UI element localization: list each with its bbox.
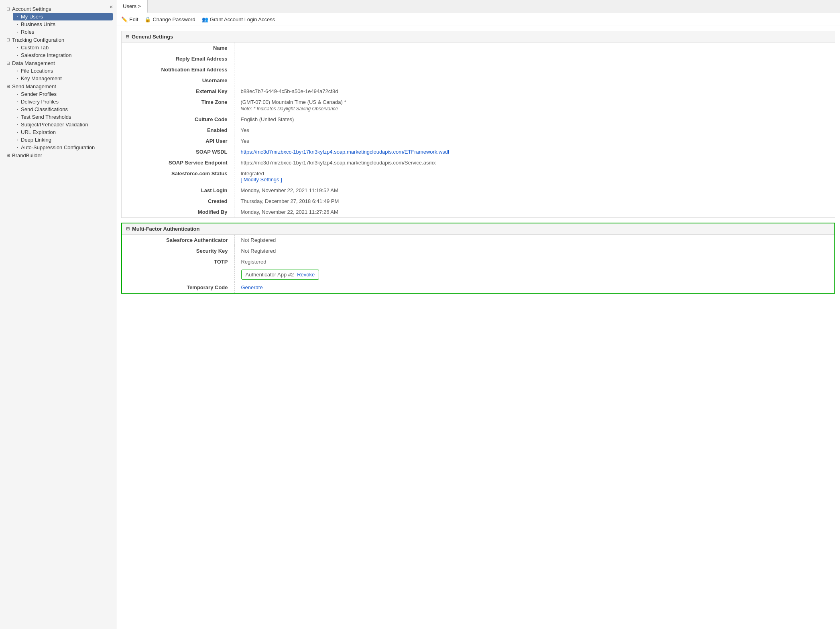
sidebar-item-label: Sender Profiles [21,91,57,97]
sidebar-item-label: Custom Tab [21,45,49,51]
bullet-icon: • [14,130,21,134]
field-value: Generate [234,282,834,293]
field-label: Salesforce.com Status [122,168,234,185]
general-settings-header: ⊟ General Settings [122,31,835,43]
modify-settings-link[interactable]: [ Modify Settings ] [241,177,282,183]
table-row: Salesforce Authenticator Not Registered [122,235,834,246]
table-row: API User Yes [122,136,835,146]
edit-button[interactable]: ✏️ Edit [121,16,138,22]
sidebar-item-test-send-thresholds[interactable]: • Test Send Thresholds [13,113,113,121]
tab-users[interactable]: Users > [116,0,148,13]
general-settings-table: Name Reply Email Address Notification Em… [122,43,835,217]
table-row: Created Thursday, December 27, 2018 6:41… [122,196,835,207]
sidebar-item-send-management[interactable]: ⊟ Send Management [3,82,113,90]
field-value: Authenticator App #2 Revoke [234,267,834,282]
mfa-section: ⊟ Multi-Factor Authentication Salesforce… [121,223,835,294]
sidebar-item-my-users[interactable]: • My Users [13,13,113,20]
table-row: Culture Code English (United States) [122,114,835,125]
table-row: External Key b88ec7b7-6449-4c5b-a50e-1e4… [122,86,835,97]
change-password-button[interactable]: 🔒 Change Password [144,16,195,22]
sidebar-item-business-units[interactable]: • Business Units [13,20,113,28]
toolbar: ✏️ Edit 🔒 Change Password 👥 Grant Accoun… [116,13,840,26]
edit-label: Edit [129,16,138,22]
tab-bar: Users > [116,0,840,13]
sidebar-item-custom-tab[interactable]: • Custom Tab [13,44,113,51]
field-value: (GMT-07:00) Mountain Time (US & Canada) … [234,97,835,114]
sidebar-item-label: Tracking Configuration [12,37,64,43]
sidebar-item-label: Test Send Thresholds [21,114,71,120]
field-label: SOAP WSDL [122,146,234,157]
sidebar-item-label: Data Management [12,60,55,66]
sidebar-item-file-locations[interactable]: • File Locations [13,67,113,75]
sidebar-item-label: Send Management [12,83,56,89]
expander-icon: ⊞ [5,152,11,158]
field-label [122,267,234,282]
field-value: Not Registered [234,235,834,246]
bullet-icon: • [14,146,21,149]
field-value [234,75,835,86]
edit-icon: ✏️ [121,16,128,22]
field-label: SOAP Service Endpoint [122,157,234,168]
sidebar-item-send-classifications[interactable]: • Send Classifications [13,106,113,113]
sidebar-item-salesforce-integration[interactable]: • Salesforce Integration [13,51,113,59]
generate-link[interactable]: Generate [241,284,263,290]
field-label: Salesforce Authenticator [122,235,234,246]
sidebar-item-account-settings[interactable]: ⊟ Account Settings [3,5,113,13]
sidebar-item-auto-suppression[interactable]: • Auto-Suppression Configuration [13,144,113,151]
field-value [234,53,835,64]
sidebar-item-data-management[interactable]: ⊟ Data Management [3,59,113,67]
sidebar-item-key-management[interactable]: • Key Management [13,75,113,82]
field-label: Modified By [122,207,234,217]
bullet-icon: • [14,115,21,119]
expander-icon: ⊟ [5,83,11,89]
sf-status-subvalue: [ Modify Settings ] [241,177,830,183]
table-row: Temporary Code Generate [122,282,834,293]
field-label: Time Zone [122,97,234,114]
change-password-label: Change Password [153,16,195,22]
data-management-children: • File Locations • Key Management [3,67,113,82]
sidebar-item-sender-profiles[interactable]: • Sender Profiles [13,90,113,98]
sidebar-item-label: File Locations [21,68,53,74]
soap-wsdl-link[interactable]: https://mc3d7mrzbxcc-1byr17kn3kyfzp4.soa… [241,149,449,155]
sidebar-item-roles[interactable]: • Roles [13,28,113,36]
revoke-button[interactable]: Revoke [297,272,315,278]
field-value: Yes [234,136,835,146]
table-row: Name [122,43,835,53]
field-value: Thursday, December 27, 2018 6:41:49 PM [234,196,835,207]
general-settings-section: ⊟ General Settings Name Reply Email Addr… [121,31,835,218]
collapse-sidebar-button[interactable]: « [110,3,113,10]
sidebar-tree: ⊟ Account Settings • My Users • Business… [0,3,116,161]
timezone-value: (GMT-07:00) Mountain Time (US & Canada) … [241,99,830,105]
tracking-configuration-children: • Custom Tab • Salesforce Integration [3,44,113,59]
sidebar-item-label: Subject/Preheader Validation [21,122,88,128]
mfa-collapse-icon[interactable]: ⊟ [126,226,130,231]
expander-icon: ⊟ [5,6,11,12]
main-content: Users > ✏️ Edit 🔒 Change Password 👥 Gran… [116,0,840,629]
table-row: SOAP Service Endpoint https://mc3d7mrzbx… [122,157,835,168]
mfa-section-header: ⊟ Multi-Factor Authentication [122,223,834,235]
sidebar: « ⊟ Account Settings • My Users • Busine… [0,0,116,629]
field-value: https://mc3d7mrzbxcc-1byr17kn3kyfzp4.soa… [234,157,835,168]
bullet-icon: • [14,69,21,73]
sidebar-item-subject-preheader[interactable]: • Subject/Preheader Validation [13,121,113,128]
bullet-icon: • [14,46,21,49]
sidebar-item-brand-builder[interactable]: ⊞ BrandBuilder [3,151,113,159]
table-row: Modified By Monday, November 22, 2021 11… [122,207,835,217]
field-label: Name [122,43,234,53]
sidebar-item-label: Account Settings [12,6,51,12]
grant-access-label: Grant Account Login Access [210,16,275,22]
field-value: English (United States) [234,114,835,125]
table-row: Enabled Yes [122,125,835,136]
mfa-title: Multi-Factor Authentication [132,226,200,232]
bullet-icon: • [14,123,21,126]
sidebar-item-deep-linking[interactable]: • Deep Linking [13,136,113,144]
send-management-children: • Sender Profiles • Delivery Profiles • … [3,90,113,151]
collapse-icon[interactable]: ⊟ [126,34,129,39]
expander-icon: ⊟ [5,37,11,43]
sidebar-item-url-expiration[interactable]: • URL Expiration [13,128,113,136]
grant-access-button[interactable]: 👥 Grant Account Login Access [202,16,275,22]
bullet-icon: • [14,77,21,80]
sidebar-item-label: Key Management [21,75,62,81]
sidebar-item-delivery-profiles[interactable]: • Delivery Profiles [13,98,113,106]
sidebar-item-tracking-configuration[interactable]: ⊟ Tracking Configuration [3,36,113,44]
